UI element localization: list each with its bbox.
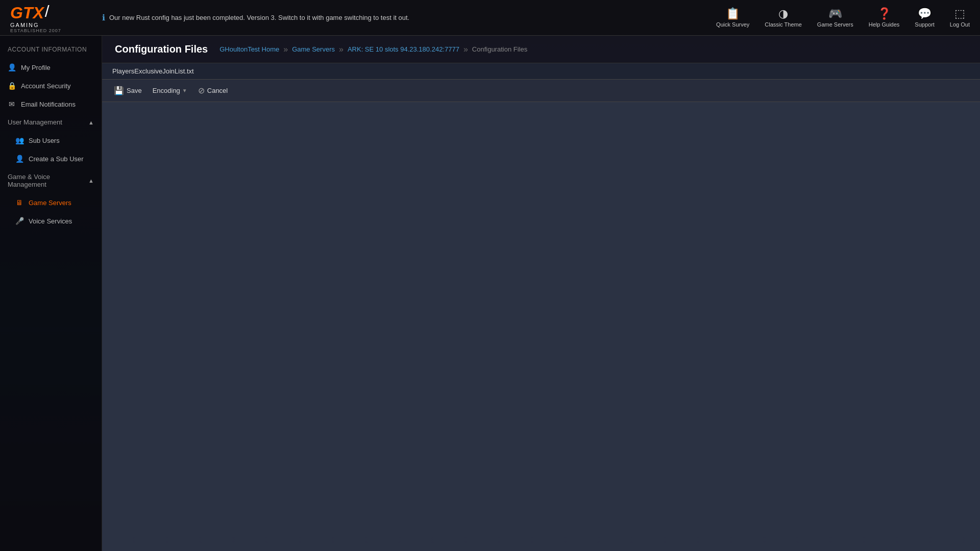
logo-gaming: GAMING (10, 22, 39, 28)
user-management-chevron: ▲ (88, 119, 94, 126)
logo-established: ESTABLISHED 2007 (10, 28, 61, 33)
notification-bar: ℹ Our new Rust config has just been comp… (92, 13, 716, 22)
encoding-button[interactable]: Encoding ▼ (149, 85, 191, 96)
breadcrumb-home[interactable]: GHoultonTest Home (219, 45, 279, 53)
breadcrumb-current: Configuration Files (472, 45, 527, 53)
log-out-icon: ⬚ (954, 8, 965, 19)
classic-theme-label: Classic Theme (765, 21, 802, 28)
breadcrumb-bar: Configuration Files GHoultonTest Home » … (102, 36, 980, 63)
user-management-label: User Management (8, 118, 62, 126)
file-toolbar: 💾 Save Encoding ▼ ⊘ Cancel (102, 80, 980, 102)
sidebar-item-create-sub-user[interactable]: 👤 Create a Sub User (0, 149, 102, 168)
help-guides-label: Help Guides (869, 21, 900, 28)
encoding-label: Encoding (153, 87, 180, 94)
filename: PlayersExclusiveJoinList.txt (112, 67, 194, 75)
voice-services-icon: 🎤 (15, 217, 23, 225)
nav-game-servers[interactable]: 🎮 Game Servers (817, 8, 853, 28)
nav-log-out[interactable]: ⬚ Log Out (950, 8, 970, 28)
sidebar-item-sub-users[interactable]: 👥 Sub Users (0, 131, 102, 149)
breadcrumb-server[interactable]: ARK: SE 10 slots 94.23.180.242:7777 (348, 45, 459, 53)
nav-classic-theme[interactable]: ◑ Classic Theme (765, 8, 802, 28)
my-profile-icon: 👤 (8, 63, 16, 71)
notification-text: Our new Rust config has just been comple… (109, 14, 409, 21)
editor-textarea[interactable] (102, 102, 980, 551)
account-security-label: Account Security (21, 82, 71, 90)
log-out-label: Log Out (950, 21, 970, 28)
sidebar-item-voice-services[interactable]: 🎤 Voice Services (0, 212, 102, 230)
sidebar-item-account-security[interactable]: 🔒 Account Security (0, 77, 102, 95)
breadcrumb-sep-2: » (339, 45, 344, 54)
nav-quick-survey[interactable]: 📋 Quick Survey (716, 8, 749, 28)
support-label: Support (915, 21, 935, 28)
cancel-label: Cancel (207, 87, 228, 94)
breadcrumb-sep-3: » (463, 45, 468, 54)
cancel-button[interactable]: ⊘ Cancel (194, 84, 232, 97)
my-profile-label: My Profile (21, 64, 51, 71)
create-sub-user-label: Create a Sub User (29, 155, 84, 163)
sub-users-label: Sub Users (29, 137, 60, 144)
breadcrumb-sep-1: » (283, 45, 288, 54)
sidebar-section-account-info: Account Information (0, 41, 102, 58)
game-servers-sidebar-icon: 🖥 (15, 198, 23, 207)
email-notifications-icon: ✉ (8, 100, 16, 108)
sub-users-icon: 👥 (15, 136, 23, 144)
breadcrumb-game-servers[interactable]: Game Servers (292, 45, 335, 53)
content-area: Configuration Files GHoultonTest Home » … (102, 36, 980, 551)
page-title: Configuration Files (115, 43, 208, 55)
support-icon: 💬 (918, 8, 932, 19)
file-tab: PlayersExclusiveJoinList.txt (102, 63, 980, 80)
game-servers-sidebar-label: Game Servers (29, 199, 71, 207)
game-voice-label: Game & Voice Management (8, 173, 88, 188)
voice-services-label: Voice Services (29, 217, 72, 225)
sidebar-item-email-notifications[interactable]: ✉ Email Notifications (0, 95, 102, 113)
game-voice-chevron: ▲ (88, 178, 94, 184)
classic-theme-icon: ◑ (778, 8, 788, 19)
game-servers-label: Game Servers (817, 21, 853, 28)
save-button[interactable]: 💾 Save (110, 84, 146, 97)
save-label: Save (127, 87, 142, 94)
logo[interactable]: GTX / GAMING ESTABLISHED 2007 (10, 2, 92, 33)
quick-survey-label: Quick Survey (716, 21, 749, 28)
top-navigation: GTX / GAMING ESTABLISHED 2007 ℹ Our new … (0, 0, 980, 36)
create-sub-user-icon: 👤 (15, 155, 23, 163)
cancel-icon: ⊘ (198, 86, 205, 95)
help-guides-icon: ❓ (877, 8, 891, 19)
account-info-label: Account Information (8, 46, 87, 53)
game-servers-icon: 🎮 (828, 8, 842, 19)
nav-help-guides[interactable]: ❓ Help Guides (869, 8, 900, 28)
sidebar-game-voice-header[interactable]: Game & Voice Management ▲ (0, 168, 102, 193)
main-layout: Account Information 👤 My Profile 🔒 Accou… (0, 36, 980, 551)
account-security-icon: 🔒 (8, 82, 16, 90)
quick-survey-icon: 📋 (726, 8, 740, 19)
nav-icons: 📋 Quick Survey ◑ Classic Theme 🎮 Game Se… (716, 8, 970, 28)
nav-support[interactable]: 💬 Support (915, 8, 935, 28)
file-editor: PlayersExclusiveJoinList.txt 💾 Save Enco… (102, 63, 980, 551)
logo-slash: / (45, 2, 50, 21)
info-icon: ℹ (102, 13, 105, 22)
sidebar-user-management-header[interactable]: User Management ▲ (0, 113, 102, 131)
sidebar: Account Information 👤 My Profile 🔒 Accou… (0, 36, 102, 551)
email-notifications-label: Email Notifications (21, 101, 76, 108)
encoding-dropdown-arrow: ▼ (182, 88, 187, 93)
sidebar-item-my-profile[interactable]: 👤 My Profile (0, 58, 102, 77)
save-icon: 💾 (114, 86, 124, 95)
logo-gtx: GTX (10, 5, 44, 21)
sidebar-item-game-servers[interactable]: 🖥 Game Servers (0, 193, 102, 212)
